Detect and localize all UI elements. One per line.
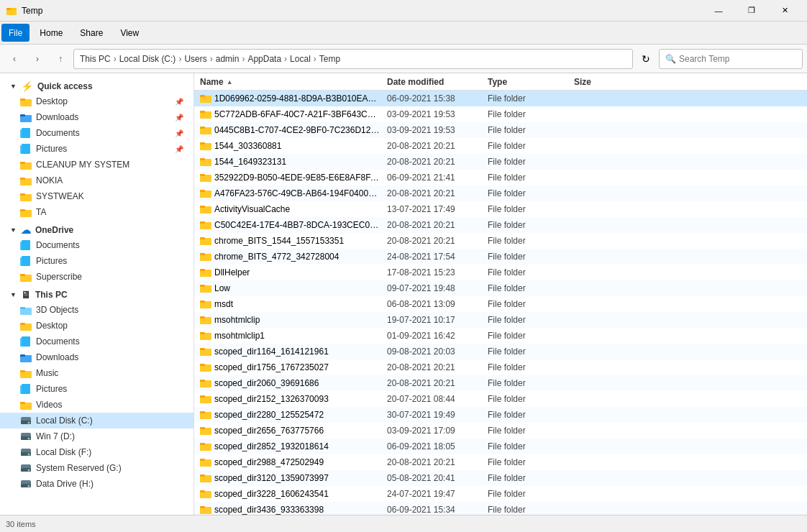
col-header-size[interactable]: Size [574,77,632,87]
sidebar-item-sysreserved[interactable]: System Reserved (G:) [0,460,193,476]
table-row[interactable]: 5C772ADB-6FAF-40C7-A21F-3BF643CCB... 03-… [194,106,807,122]
table-row[interactable]: msdt 06-08-2021 13:09 File folder [194,296,807,312]
sidebar-item-ta[interactable]: TA [0,204,193,220]
folder-icon [200,457,211,469]
table-row[interactable]: scoped_dir2656_763775766 03-09-2021 17:0… [194,423,807,439]
sidebar-item-datadrive[interactable]: Data Drive (H:) [0,476,193,492]
file-date: 20-08-2021 20:21 [387,157,488,167]
breadcrumb-thispc[interactable]: This PC [80,54,111,64]
table-row[interactable]: 1544_1649323131 20-08-2021 20:21 File fo… [194,154,807,170]
table-row[interactable]: chrome_BITS_1544_1557153351 20-08-2021 2… [194,233,807,249]
table-row[interactable]: scoped_dir2988_472502949 20-08-2021 20:2… [194,454,807,470]
table-row[interactable]: scoped_dir2060_39691686 20-08-2021 20:21… [194,375,807,391]
table-row[interactable]: scoped_dir2152_1326370093 20-07-2021 08:… [194,391,807,407]
thispc-header[interactable]: ▼ 🖥 This PC [0,285,193,302]
table-row[interactable]: 352922D9-B050-4EDE-9E85-E6E8AF8FAC96 06-… [194,170,807,185]
table-row[interactable]: DllHelper 17-08-2021 15:23 File folder [194,265,807,280]
menu-view[interactable]: View [111,22,147,44]
sidebar-item-systweak[interactable]: SYSTWEAK [0,188,193,204]
sidebar-item-cleanup[interactable]: CLEANUP MY SYSTEM [0,157,193,173]
breadcrumb-localdisk[interactable]: Local Disk (C:) [119,54,176,64]
file-name-cell: msohtmlclip1 [200,330,387,342]
folder-icon [20,111,32,123]
breadcrumb-admin[interactable]: admin [216,54,240,64]
nav-forward-button[interactable]: › [27,49,47,69]
sidebar-item-win7[interactable]: Win 7 (D:) [0,428,193,444]
sidebar-item-3dobjects[interactable]: 3D Objects [0,302,193,318]
table-row[interactable]: scoped_dir3436_933363398 06-09-2021 15:3… [194,502,807,515]
sidebar-item-localdisk-f[interactable]: Local Disk (F:) [0,444,193,460]
col-header-name[interactable]: Name ▲ [200,77,387,87]
nav-up-button[interactable]: ↑ [50,49,70,69]
sidebar-item-music[interactable]: Music [0,365,193,381]
sidebar-item-superscribe[interactable]: Superscribe [0,269,193,285]
sidebar-item-videos[interactable]: Videos [0,397,193,413]
sidebar-item-nokia[interactable]: NOKIA [0,173,193,188]
table-row[interactable]: A476FA23-576C-49CB-AB64-194F0400C497 20-… [194,185,807,201]
table-row[interactable]: C50C42E4-17E4-4BB7-8DCA-193CEC0CA... 20-… [194,217,807,233]
col-header-date[interactable]: Date modified [387,77,488,87]
sidebar-item-desktop-qa[interactable]: Desktop 📌 [0,93,193,109]
sidebar-item-localdisk-c[interactable]: Local Disk (C:) [0,413,193,428]
quick-access-header[interactable]: ▼ ⚡ Quick access [0,76,193,93]
menu-file[interactable]: File [1,24,29,42]
close-button[interactable]: ✕ [768,0,801,22]
sidebar-item-label: Documents [36,128,80,138]
svg-rect-89 [200,364,205,366]
sidebar-item-downloads-pc[interactable]: Downloads [0,349,193,365]
sidebar-item-onedrive-pics[interactable]: Pictures [0,253,193,269]
svg-rect-30 [22,336,30,347]
sidebar-item-label: Pictures [36,144,67,154]
sidebar-item-pictures-pc[interactable]: Pictures [0,381,193,397]
sidebar-item-label: Documents [36,336,80,347]
table-row[interactable]: scoped_dir2852_1932018614 06-09-2021 18:… [194,439,807,454]
table-row[interactable]: scoped_dir3228_1606243541 24-07-2021 19:… [194,486,807,502]
file-name: scoped_dir2060_39691686 [214,378,319,388]
onedrive-header[interactable]: ▼ ☁ OneDrive [0,220,193,237]
table-row[interactable]: 1D069962-0259-4881-8D9A-B3B010EADC... 06… [194,91,807,106]
search-box[interactable]: 🔍 [659,49,803,69]
col-header-type[interactable]: Type [488,77,574,87]
svg-rect-4 [20,98,25,101]
sidebar-item-label: Local Disk (F:) [36,447,91,457]
breadcrumb-temp[interactable]: Temp [319,54,340,64]
table-row[interactable]: scoped_dir1756_1767235027 20-08-2021 20:… [194,359,807,375]
menu-home[interactable]: Home [31,22,71,44]
sidebar-item-documents-qa[interactable]: Documents 📌 [0,125,193,141]
maximize-button[interactable]: ❐ [735,0,768,22]
folder-icon [20,383,32,395]
file-name: Low [214,283,230,293]
table-row[interactable]: 1544_303360881 20-08-2021 20:21 File fol… [194,138,807,154]
table-row[interactable]: scoped_dir1164_1614121961 09-08-2021 20:… [194,344,807,359]
refresh-button[interactable]: ↻ [636,49,656,69]
svg-point-50 [28,469,30,472]
menu-share[interactable]: Share [71,22,111,44]
sidebar-item-downloads-qa[interactable]: Downloads 📌 [0,109,193,125]
table-row[interactable]: scoped_dir2280_125525472 30-07-2021 19:4… [194,407,807,423]
window-controls: — ❐ ✕ [702,0,801,22]
file-name: scoped_dir2152_1326370093 [214,394,329,404]
file-type: File folder [488,426,574,436]
folder-icon [200,251,211,263]
folder-icon [20,399,32,411]
table-row[interactable]: 0445C8B1-C707-4CE2-9BF0-7C236D126B98 03-… [194,122,807,138]
svg-rect-107 [200,506,205,508]
file-date: 06-09-2021 21:41 [387,173,488,183]
search-input[interactable] [679,54,796,64]
table-row[interactable]: scoped_dir3120_1359073997 05-08-2021 20:… [194,470,807,486]
nav-back-button[interactable]: ‹ [4,49,24,69]
table-row[interactable]: chrome_BITS_4772_342728004 24-08-2021 17… [194,249,807,265]
sidebar-item-desktop-pc[interactable]: Desktop [0,318,193,334]
table-row[interactable]: ActivityVisualCache 13-07-2021 17:49 Fil… [194,201,807,217]
table-row[interactable]: Low 09-07-2021 19:48 File folder [194,280,807,296]
sidebar-item-pictures-qa[interactable]: Pictures 📌 [0,141,193,157]
breadcrumb-users[interactable]: Users [184,54,206,64]
breadcrumb-local[interactable]: Local [290,54,311,64]
pc-icon: 🖥 [21,289,31,301]
table-row[interactable]: msohtmlclip1 01-09-2021 16:42 File folde… [194,328,807,344]
sidebar-item-onedrive-docs[interactable]: Documents [0,237,193,253]
sidebar-item-documents-pc[interactable]: Documents [0,334,193,349]
table-row[interactable]: msohtmlclip 19-07-2021 10:17 File folder [194,312,807,328]
minimize-button[interactable]: — [702,0,735,22]
breadcrumb-appdata[interactable]: AppData [247,54,281,64]
